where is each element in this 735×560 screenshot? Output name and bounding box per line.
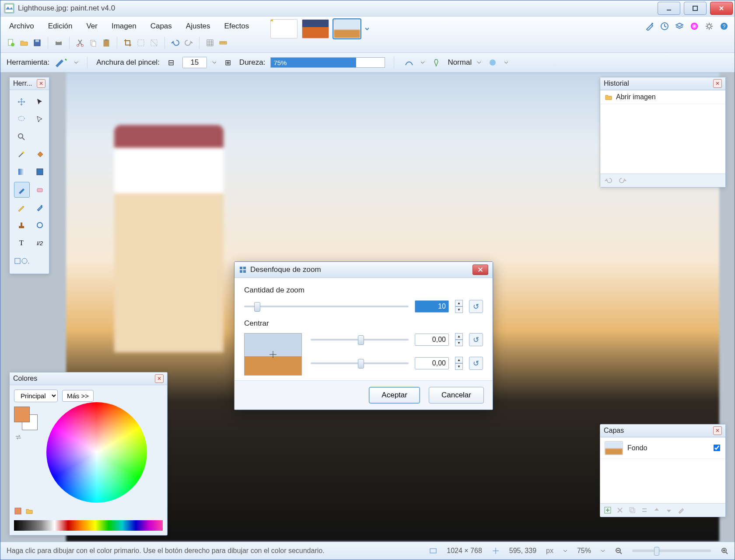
menu-ajustes[interactable]: Ajustes — [182, 20, 215, 32]
palette-strip[interactable] — [14, 520, 163, 531]
zoom-dropdown-icon[interactable] — [601, 549, 605, 553]
undo-icon[interactable] — [169, 37, 182, 49]
dialog-close-icon[interactable]: ✕ — [472, 264, 488, 275]
dialog-cancel-button[interactable]: Cancelar — [429, 387, 484, 403]
copy-icon[interactable] — [87, 37, 99, 49]
deselect-icon[interactable] — [135, 37, 147, 49]
center-y-spinner[interactable]: ▲▼ — [455, 357, 463, 370]
zoom-amount-spinner[interactable]: ▲▼ — [455, 300, 463, 313]
layer-up-icon[interactable] — [653, 506, 661, 514]
layer-props-icon[interactable] — [677, 506, 685, 514]
zoom-out-icon[interactable] — [615, 547, 623, 555]
history-undo-icon[interactable] — [605, 177, 612, 184]
tool-recolor[interactable] — [32, 218, 47, 233]
overwrite-icon[interactable] — [486, 56, 499, 69]
layer-row[interactable]: Fondo — [600, 438, 725, 459]
aa-dropdown-icon[interactable] — [420, 60, 425, 65]
blend-mode-select[interactable]: Normal — [448, 58, 472, 67]
minimize-button[interactable] — [658, 2, 680, 15]
fg-color-swatch[interactable] — [14, 407, 30, 422]
paste-icon[interactable] — [100, 37, 112, 49]
color-mode-select[interactable]: Principal — [14, 390, 58, 402]
zoom-slider[interactable] — [632, 550, 711, 552]
center-y-slider[interactable] — [311, 362, 409, 364]
add-layer-icon[interactable] — [604, 506, 612, 514]
antialias-icon[interactable] — [403, 56, 415, 69]
history-gadget-icon[interactable] — [658, 20, 671, 32]
zoom-amount-slider[interactable] — [244, 306, 409, 307]
tool-move[interactable] — [14, 94, 29, 109]
center-x-slider[interactable] — [311, 339, 409, 341]
tool-cursor[interactable] — [32, 94, 47, 109]
color-swatches[interactable] — [14, 407, 38, 430]
layer-visible-checkbox[interactable] — [712, 444, 721, 452]
redo-icon[interactable] — [182, 37, 195, 49]
status-unit[interactable]: px — [546, 547, 553, 555]
zoom-amount-reset-icon[interactable]: ↺ — [469, 300, 483, 313]
blend-dropdown-icon[interactable] — [477, 60, 481, 65]
brush-width-field[interactable]: 15 — [182, 57, 207, 68]
tool-stamp[interactable] — [14, 218, 29, 233]
layers-panel-close-icon[interactable]: ✕ — [713, 426, 722, 435]
history-redo-icon[interactable] — [619, 177, 626, 184]
menu-ver[interactable]: Ver — [82, 20, 102, 32]
cut-icon[interactable] — [74, 37, 86, 49]
zoom-amount-field[interactable]: 10 — [415, 300, 449, 313]
open-icon[interactable] — [18, 37, 30, 49]
print-icon[interactable] — [52, 37, 65, 49]
color-wheel[interactable] — [46, 402, 147, 503]
delete-layer-icon[interactable] — [616, 506, 624, 514]
tool-eyedropper[interactable] — [32, 200, 47, 215]
ruler-icon[interactable] — [217, 37, 229, 49]
unit-dropdown-icon[interactable] — [563, 549, 567, 553]
colors-gadget-icon[interactable] — [688, 20, 700, 32]
maximize-button[interactable] — [684, 2, 707, 15]
doc-thumb-2[interactable]: ★ — [302, 19, 329, 38]
tool-line[interactable]: l/2 — [32, 235, 47, 250]
overwrite-dropdown-icon[interactable] — [504, 60, 508, 65]
tool-eraser[interactable] — [32, 182, 47, 197]
center-y-reset-icon[interactable]: ↺ — [469, 357, 483, 370]
doc-thumb-1[interactable]: ★ — [270, 19, 298, 38]
tools-gadget-icon[interactable] — [644, 20, 656, 32]
tools-panel-close-icon[interactable]: ✕ — [37, 79, 46, 88]
tool-text[interactable]: T — [14, 235, 29, 250]
crop-icon[interactable] — [122, 37, 134, 49]
tool-selector[interactable] — [55, 58, 69, 67]
layer-down-icon[interactable] — [665, 506, 673, 514]
tool-brush[interactable] — [14, 182, 30, 198]
tool-lasso[interactable] — [14, 112, 29, 127]
save-icon[interactable] — [31, 37, 43, 49]
doc-dropdown-icon[interactable] — [365, 27, 369, 31]
menu-edicion[interactable]: Edición — [44, 20, 77, 32]
add-palette-icon[interactable] — [14, 507, 22, 515]
center-preview[interactable] — [244, 333, 302, 376]
zoom-in-icon[interactable] — [721, 547, 728, 555]
sampling-icon[interactable] — [430, 56, 442, 69]
layers-gadget-icon[interactable] — [673, 20, 686, 32]
center-x-spinner[interactable]: ▲▼ — [455, 333, 463, 346]
increase-width-icon[interactable]: ⊞ — [222, 56, 234, 69]
tool-hand[interactable] — [32, 129, 47, 144]
tool-magic-wand[interactable] — [14, 147, 29, 162]
width-dropdown-icon[interactable] — [212, 60, 217, 65]
menu-efectos[interactable]: Efectos — [220, 20, 254, 32]
history-panel-close-icon[interactable]: ✕ — [713, 79, 722, 88]
tool-dropdown-icon[interactable] — [74, 60, 78, 65]
new-doc-icon[interactable] — [5, 37, 17, 49]
menu-capas[interactable]: Capas — [146, 20, 176, 32]
tool-gradient[interactable] — [14, 164, 29, 179]
hardness-slider[interactable]: 75% — [270, 57, 385, 68]
decrease-width-icon[interactable]: ⊟ — [165, 56, 177, 69]
tool-shapes[interactable] — [14, 254, 29, 268]
doc-thumb-3[interactable]: ★ — [333, 19, 360, 38]
invert-select-icon[interactable] — [148, 37, 160, 49]
duplicate-layer-icon[interactable] — [628, 506, 636, 514]
dialog-ok-button[interactable]: Aceptar — [369, 387, 420, 403]
swap-colors-icon[interactable] — [14, 433, 38, 443]
merge-layer-icon[interactable] — [640, 506, 648, 514]
tool-pencil[interactable] — [14, 200, 29, 215]
close-button[interactable] — [710, 2, 733, 15]
menu-imagen[interactable]: Imagen — [107, 20, 141, 32]
grid-icon[interactable] — [204, 37, 216, 49]
